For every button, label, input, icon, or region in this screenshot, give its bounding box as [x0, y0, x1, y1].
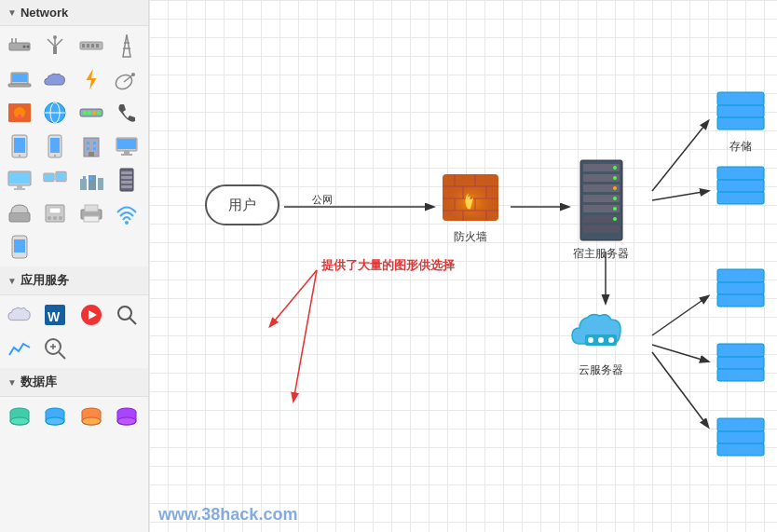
icon-switch[interactable]: [75, 97, 107, 129]
svg-marker-21: [86, 69, 96, 89]
icon-city[interactable]: [75, 164, 107, 196]
svg-line-107: [270, 270, 317, 326]
icon-firewall[interactable]: [4, 97, 35, 129]
icon-db3[interactable]: [75, 401, 107, 432]
svg-rect-50: [121, 154, 132, 156]
svg-point-94: [46, 417, 64, 425]
svg-text:W: W: [48, 309, 61, 324]
svg-rect-59: [80, 179, 87, 190]
svg-point-4: [27, 46, 30, 48]
icon-search-app[interactable]: [111, 299, 143, 331]
svg-rect-11: [82, 44, 85, 48]
node-storage-5[interactable]: [713, 410, 769, 465]
section-database[interactable]: ▼ 数据库: [0, 368, 148, 397]
section-network-label: Network: [20, 6, 68, 20]
user-box: 用户: [205, 184, 279, 225]
icon-wifi[interactable]: [111, 198, 143, 229]
icon-telephone[interactable]: [111, 97, 143, 129]
icon-db2[interactable]: [39, 401, 71, 432]
icon-db1[interactable]: [4, 401, 35, 432]
icon-dual-monitor[interactable]: [39, 164, 71, 196]
icon-tablet2[interactable]: [4, 231, 35, 263]
svg-line-102: [652, 121, 708, 191]
icon-globe[interactable]: [39, 97, 71, 129]
icon-monitor[interactable]: [111, 130, 143, 162]
icon-desk-phone[interactable]: [4, 198, 35, 229]
icon-printer[interactable]: [75, 198, 107, 229]
svg-rect-71: [49, 208, 61, 213]
section-network[interactable]: ▼ Network: [0, 0, 148, 26]
icon-laptop[interactable]: [4, 63, 35, 95]
svg-point-128: [613, 186, 617, 190]
watermark: www.38hack.com: [158, 505, 297, 525]
icon-building[interactable]: [75, 130, 107, 162]
icon-media-app[interactable]: [75, 299, 107, 331]
svg-point-73: [53, 216, 57, 220]
svg-point-126: [613, 176, 617, 180]
icon-antenna[interactable]: [39, 30, 71, 61]
svg-rect-66: [121, 176, 132, 179]
svg-point-92: [10, 417, 29, 425]
section-appservice[interactable]: ▼ 应用服务: [0, 266, 148, 295]
svg-rect-142: [717, 92, 764, 105]
svg-rect-150: [717, 356, 764, 369]
svg-point-34: [97, 111, 101, 115]
icon-tower[interactable]: [111, 30, 143, 61]
svg-rect-141: [717, 104, 764, 117]
icon-fax[interactable]: [39, 198, 71, 229]
svg-point-85: [118, 307, 131, 320]
svg-rect-62: [83, 176, 86, 179]
firewall-label: 防火墙: [454, 229, 487, 245]
svg-rect-52: [9, 172, 30, 184]
svg-line-105: [652, 345, 708, 361]
svg-rect-145: [717, 167, 764, 180]
arrow-appservice: ▼: [7, 276, 17, 286]
node-firewall[interactable]: 防火墙: [438, 170, 503, 245]
svg-line-86: [130, 318, 136, 324]
svg-rect-110: [443, 174, 498, 221]
svg-point-137: [588, 337, 593, 343]
icon-cloud-app[interactable]: [4, 299, 35, 331]
icon-satellite-dish[interactable]: [111, 63, 143, 95]
svg-rect-80: [14, 239, 25, 252]
icon-mobile[interactable]: [39, 130, 71, 162]
svg-rect-53: [17, 185, 22, 188]
node-storage-3[interactable]: [713, 261, 769, 316]
appservice-icons: W: [0, 295, 148, 368]
svg-rect-146: [717, 293, 764, 307]
diagram-canvas[interactable]: 用户 公网: [149, 0, 777, 532]
node-storage-1[interactable]: 存储: [713, 84, 769, 155]
svg-rect-68: [121, 185, 132, 188]
node-cloud-server[interactable]: 云服务器: [568, 303, 634, 378]
node-storage-4[interactable]: [713, 335, 769, 390]
icon-zoom-app[interactable]: [39, 333, 71, 364]
svg-rect-148: [717, 269, 764, 282]
connections-svg: [149, 0, 777, 532]
svg-rect-5: [53, 47, 57, 54]
svg-rect-13: [91, 44, 94, 48]
svg-line-108: [293, 270, 317, 401]
node-user[interactable]: 用户: [205, 184, 279, 225]
icon-server-rack[interactable]: [111, 164, 143, 196]
node-host-server[interactable]: 宿主服务器: [573, 158, 629, 262]
icon-db4[interactable]: [111, 401, 143, 432]
svg-rect-154: [717, 418, 764, 431]
svg-point-134: [613, 217, 617, 221]
svg-point-72: [48, 216, 51, 220]
icon-desktop[interactable]: [4, 164, 35, 196]
svg-rect-43: [93, 142, 96, 144]
node-storage-2[interactable]: [713, 158, 769, 213]
icon-tablet[interactable]: [4, 130, 35, 162]
svg-point-33: [92, 111, 96, 115]
icon-lightning[interactable]: [75, 63, 107, 95]
icon-cloud[interactable]: [39, 63, 71, 95]
icon-word-app[interactable]: W: [39, 299, 71, 331]
cloud-server-label: 云服务器: [579, 362, 623, 378]
svg-rect-58: [57, 172, 66, 181]
svg-rect-14: [96, 44, 99, 48]
icon-chart-app[interactable]: [4, 333, 35, 364]
icon-router[interactable]: [4, 30, 35, 61]
svg-rect-12: [87, 44, 89, 48]
icon-cable[interactable]: [75, 30, 107, 61]
svg-line-104: [652, 296, 708, 335]
